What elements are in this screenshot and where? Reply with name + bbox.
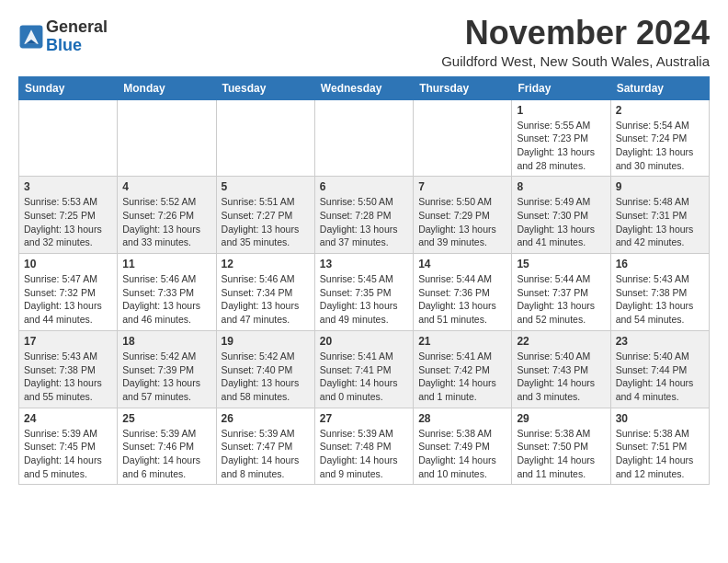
day-info: Sunrise: 5:39 AM Sunset: 7:48 PM Dayligh…	[320, 427, 408, 481]
day-number: 9	[616, 180, 704, 193]
calendar-week-row: 3Sunrise: 5:53 AM Sunset: 7:25 PM Daylig…	[19, 177, 710, 254]
calendar-week-row: 24Sunrise: 5:39 AM Sunset: 7:45 PM Dayli…	[19, 408, 710, 485]
calendar-cell: 15Sunrise: 5:44 AM Sunset: 7:37 PM Dayli…	[512, 254, 610, 331]
calendar-cell: 18Sunrise: 5:42 AM Sunset: 7:39 PM Dayli…	[118, 330, 216, 408]
calendar-header-row: SundayMondayTuesdayWednesdayThursdayFrid…	[19, 76, 710, 99]
day-info: Sunrise: 5:45 AM Sunset: 7:35 PM Dayligh…	[320, 272, 408, 327]
day-number: 3	[24, 180, 112, 193]
calendar-table: SundayMondayTuesdayWednesdayThursdayFrid…	[18, 76, 710, 486]
calendar-cell: 6Sunrise: 5:50 AM Sunset: 7:28 PM Daylig…	[314, 177, 413, 254]
calendar-cell: 4Sunrise: 5:52 AM Sunset: 7:26 PM Daylig…	[118, 177, 216, 254]
day-number: 30	[616, 412, 704, 425]
day-number: 10	[24, 258, 112, 270]
calendar-cell: 1Sunrise: 5:55 AM Sunset: 7:23 PM Daylig…	[512, 99, 610, 177]
calendar-cell: 2Sunrise: 5:54 AM Sunset: 7:24 PM Daylig…	[610, 99, 709, 177]
calendar-cell: 26Sunrise: 5:39 AM Sunset: 7:47 PM Dayli…	[216, 408, 314, 485]
day-info: Sunrise: 5:38 AM Sunset: 7:49 PM Dayligh…	[418, 427, 506, 481]
day-info: Sunrise: 5:47 AM Sunset: 7:32 PM Dayligh…	[24, 272, 112, 327]
calendar-cell: 3Sunrise: 5:53 AM Sunset: 7:25 PM Daylig…	[19, 177, 118, 254]
day-number: 27	[320, 412, 408, 425]
logo-general-text: General	[46, 17, 108, 36]
calendar-weekday-saturday: Saturday	[610, 76, 709, 99]
day-info: Sunrise: 5:43 AM Sunset: 7:38 PM Dayligh…	[616, 272, 704, 327]
calendar-cell	[216, 99, 314, 177]
day-number: 24	[24, 412, 112, 425]
day-info: Sunrise: 5:38 AM Sunset: 7:51 PM Dayligh…	[616, 427, 704, 481]
month-title: November 2024	[441, 15, 710, 52]
logo-blue-text: Blue	[46, 36, 82, 54]
calendar-cell: 11Sunrise: 5:46 AM Sunset: 7:33 PM Dayli…	[118, 254, 216, 331]
day-info: Sunrise: 5:39 AM Sunset: 7:46 PM Dayligh…	[122, 427, 210, 481]
logo-icon	[18, 24, 44, 50]
day-number: 20	[320, 335, 408, 348]
calendar-cell: 16Sunrise: 5:43 AM Sunset: 7:38 PM Dayli…	[610, 254, 709, 331]
day-number: 22	[517, 335, 605, 348]
page-header: General Blue November 2024 Guildford Wes…	[18, 15, 710, 69]
calendar-cell: 25Sunrise: 5:39 AM Sunset: 7:46 PM Dayli…	[118, 408, 216, 485]
day-info: Sunrise: 5:50 AM Sunset: 7:28 PM Dayligh…	[320, 195, 408, 249]
calendar-weekday-thursday: Thursday	[414, 76, 512, 99]
calendar-cell: 5Sunrise: 5:51 AM Sunset: 7:27 PM Daylig…	[216, 177, 314, 254]
calendar-cell: 22Sunrise: 5:40 AM Sunset: 7:43 PM Dayli…	[512, 330, 610, 408]
calendar-weekday-friday: Friday	[512, 76, 610, 99]
calendar-cell: 24Sunrise: 5:39 AM Sunset: 7:45 PM Dayli…	[19, 408, 118, 485]
day-number: 5	[222, 180, 310, 193]
day-info: Sunrise: 5:42 AM Sunset: 7:39 PM Dayligh…	[122, 350, 210, 404]
calendar-weekday-sunday: Sunday	[19, 76, 118, 99]
day-number: 23	[616, 335, 704, 348]
day-info: Sunrise: 5:48 AM Sunset: 7:31 PM Dayligh…	[616, 195, 704, 249]
calendar-cell: 13Sunrise: 5:45 AM Sunset: 7:35 PM Dayli…	[314, 254, 413, 331]
day-info: Sunrise: 5:51 AM Sunset: 7:27 PM Dayligh…	[222, 195, 310, 249]
calendar-weekday-monday: Monday	[118, 76, 216, 99]
calendar-cell: 8Sunrise: 5:49 AM Sunset: 7:30 PM Daylig…	[512, 177, 610, 254]
day-info: Sunrise: 5:46 AM Sunset: 7:34 PM Dayligh…	[222, 272, 310, 327]
day-info: Sunrise: 5:55 AM Sunset: 7:23 PM Dayligh…	[517, 119, 605, 173]
day-number: 14	[418, 258, 506, 270]
calendar-cell: 9Sunrise: 5:48 AM Sunset: 7:31 PM Daylig…	[610, 177, 709, 254]
day-info: Sunrise: 5:54 AM Sunset: 7:24 PM Dayligh…	[616, 119, 704, 173]
day-number: 7	[418, 180, 506, 193]
calendar-cell: 21Sunrise: 5:41 AM Sunset: 7:42 PM Dayli…	[414, 330, 512, 408]
day-info: Sunrise: 5:53 AM Sunset: 7:25 PM Dayligh…	[24, 195, 112, 249]
day-number: 29	[517, 412, 605, 425]
calendar-cell: 19Sunrise: 5:42 AM Sunset: 7:40 PM Dayli…	[216, 330, 314, 408]
day-info: Sunrise: 5:39 AM Sunset: 7:47 PM Dayligh…	[222, 427, 310, 481]
title-block: November 2024 Guildford West, New South …	[441, 15, 710, 69]
day-info: Sunrise: 5:39 AM Sunset: 7:45 PM Dayligh…	[24, 427, 112, 481]
day-info: Sunrise: 5:40 AM Sunset: 7:44 PM Dayligh…	[616, 350, 704, 404]
calendar-cell	[118, 99, 216, 177]
day-number: 25	[122, 412, 210, 425]
day-number: 26	[222, 412, 310, 425]
calendar-cell: 10Sunrise: 5:47 AM Sunset: 7:32 PM Dayli…	[19, 254, 118, 331]
calendar-cell: 28Sunrise: 5:38 AM Sunset: 7:49 PM Dayli…	[414, 408, 512, 485]
day-number: 16	[616, 258, 704, 270]
calendar-week-row: 10Sunrise: 5:47 AM Sunset: 7:32 PM Dayli…	[19, 254, 710, 331]
day-info: Sunrise: 5:52 AM Sunset: 7:26 PM Dayligh…	[122, 195, 210, 249]
day-info: Sunrise: 5:44 AM Sunset: 7:36 PM Dayligh…	[418, 272, 506, 327]
day-info: Sunrise: 5:41 AM Sunset: 7:41 PM Dayligh…	[320, 350, 408, 404]
day-info: Sunrise: 5:42 AM Sunset: 7:40 PM Dayligh…	[222, 350, 310, 404]
calendar-cell: 23Sunrise: 5:40 AM Sunset: 7:44 PM Dayli…	[610, 330, 709, 408]
day-number: 15	[517, 258, 605, 270]
day-info: Sunrise: 5:50 AM Sunset: 7:29 PM Dayligh…	[418, 195, 506, 249]
calendar-week-row: 1Sunrise: 5:55 AM Sunset: 7:23 PM Daylig…	[19, 99, 710, 177]
day-number: 4	[122, 180, 210, 193]
day-info: Sunrise: 5:44 AM Sunset: 7:37 PM Dayligh…	[517, 272, 605, 327]
calendar-cell: 20Sunrise: 5:41 AM Sunset: 7:41 PM Dayli…	[314, 330, 413, 408]
day-number: 2	[616, 104, 704, 117]
day-number: 6	[320, 180, 408, 193]
day-number: 8	[517, 180, 605, 193]
location-title: Guildford West, New South Wales, Austral…	[441, 53, 710, 69]
calendar-cell: 27Sunrise: 5:39 AM Sunset: 7:48 PM Dayli…	[314, 408, 413, 485]
calendar-cell: 30Sunrise: 5:38 AM Sunset: 7:51 PM Dayli…	[610, 408, 709, 485]
calendar-cell	[414, 99, 512, 177]
day-info: Sunrise: 5:38 AM Sunset: 7:50 PM Dayligh…	[517, 427, 605, 481]
calendar-weekday-wednesday: Wednesday	[314, 76, 413, 99]
calendar-cell: 17Sunrise: 5:43 AM Sunset: 7:38 PM Dayli…	[19, 330, 118, 408]
calendar-cell: 12Sunrise: 5:46 AM Sunset: 7:34 PM Dayli…	[216, 254, 314, 331]
logo: General Blue	[18, 18, 108, 55]
day-number: 19	[222, 335, 310, 348]
day-number: 11	[122, 258, 210, 270]
day-number: 28	[418, 412, 506, 425]
day-number: 18	[122, 335, 210, 348]
